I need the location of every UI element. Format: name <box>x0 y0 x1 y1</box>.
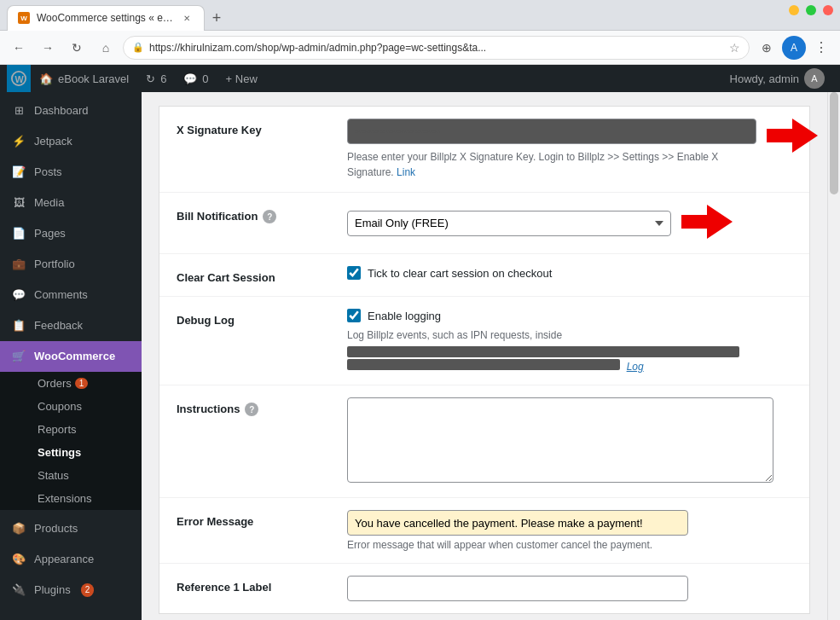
svg-marker-3 <box>681 205 733 239</box>
menu-icon[interactable]: ⋮ <box>809 36 833 60</box>
x-signature-arrow <box>767 119 818 155</box>
svg-text:W: W <box>15 74 25 84</box>
reports-label: Reports <box>38 423 77 436</box>
bill-notification-field: Email Only (FREE) Email & SMS (PAID) <box>347 205 792 241</box>
sidebar-item-feedback[interactable]: 📋 Feedback <box>0 310 142 341</box>
bill-notification-select[interactable]: Email Only (FREE) Email & SMS (PAID) <box>347 211 671 236</box>
coupons-label: Coupons <box>38 400 82 413</box>
tab-favicon: W <box>18 12 30 24</box>
home-icon: 🏠 <box>39 72 53 85</box>
forward-button[interactable]: → <box>36 36 60 60</box>
sidebar-sub-item-reports[interactable]: Reports <box>0 418 142 441</box>
sidebar-item-pages[interactable]: 📄 Pages <box>0 218 142 249</box>
address-bar[interactable]: 🔒 https://khirulnizam.com/shop/wp-admin/… <box>123 36 750 60</box>
browser-nav: ← → ↻ ⌂ 🔒 https://khirulnizam.com/shop/w… <box>0 31 840 65</box>
debug-log-text: Enable logging <box>368 310 441 322</box>
bookmark-icon[interactable]: ☆ <box>729 41 740 55</box>
orders-badge: 1 <box>75 378 89 389</box>
sidebar-item-comments[interactable]: 💬 Comments <box>0 280 142 310</box>
reload-button[interactable]: ↻ <box>65 36 89 60</box>
x-signature-link[interactable]: Link <box>397 166 415 178</box>
sidebar-item-jetpack[interactable]: ⚡ Jetpack <box>0 126 142 157</box>
updates-count: 6 <box>160 72 166 85</box>
close-button[interactable] <box>823 5 833 15</box>
clear-cart-checkbox[interactable] <box>347 266 361 280</box>
updates-button[interactable]: ↻ 6 <box>137 65 175 92</box>
dashboard-label: Dashboard <box>34 103 89 119</box>
tab-title: WooCommerce settings « eBook <box>37 12 173 24</box>
sidebar-item-appearance[interactable]: 🎨 Appearance <box>0 544 142 575</box>
debug-log-file: Log <box>347 359 792 373</box>
portfolio-icon: 💼 <box>10 256 27 273</box>
debug-log-label: Debug Log <box>177 309 347 327</box>
extensions-label: Extensions <box>38 492 92 505</box>
error-message-row: Error Message Error message that will ap… <box>159 498 809 564</box>
sidebar-item-products[interactable]: 📦 Products <box>0 513 142 544</box>
sidebar-sub-item-settings[interactable]: Settings <box>0 441 142 464</box>
browser-chrome: W WooCommerce settings « eBook ✕ + <box>0 0 840 31</box>
comments-count: 0 <box>202 72 208 85</box>
settings-label: Settings <box>38 446 81 459</box>
home-button[interactable]: ⌂ <box>94 36 118 60</box>
posts-label: Posts <box>34 165 62 180</box>
sidebar-item-posts[interactable]: 📝 Posts <box>0 157 142 188</box>
new-tab-button[interactable]: + <box>205 7 229 31</box>
new-content-button[interactable]: + New <box>217 65 266 92</box>
error-message-label: Error Message <box>177 510 347 528</box>
updates-icon: ↻ <box>146 72 155 85</box>
scrollbar[interactable] <box>827 92 840 620</box>
media-icon: 🖼 <box>10 194 27 211</box>
scroll-thumb[interactable] <box>830 92 838 194</box>
extensions-icon[interactable]: ⊕ <box>755 36 779 60</box>
sidebar-item-woocommerce[interactable]: 🛒 WooCommerce <box>0 341 142 372</box>
tab-close-icon[interactable]: ✕ <box>180 11 194 25</box>
sidebar-item-media[interactable]: 🖼 Media <box>0 188 142 218</box>
sidebar: ⊞ Dashboard ⚡ Jetpack 📝 Posts 🖼 Media 📄 … <box>0 92 142 620</box>
debug-log-link[interactable]: Log <box>627 361 644 373</box>
reference1-row: Reference 1 Label <box>159 564 809 613</box>
bill-notification-help-icon[interactable]: ? <box>263 210 276 223</box>
debug-log-checkbox-label[interactable]: Enable logging <box>347 309 792 322</box>
sidebar-item-plugins[interactable]: 🔌 Plugins 2 <box>0 575 142 606</box>
instructions-help-icon[interactable]: ? <box>245 403 258 416</box>
error-message-hint: Error message that will appear when cust… <box>347 539 792 551</box>
status-label: Status <box>38 469 69 482</box>
clear-cart-field: Tick to clear cart session on checkout <box>347 266 792 280</box>
sidebar-sub-item-status[interactable]: Status <box>0 464 142 487</box>
pages-icon: 📄 <box>10 225 27 242</box>
debug-log-checkbox[interactable] <box>347 309 361 322</box>
reference1-field <box>347 576 792 601</box>
reference1-input[interactable] <box>347 576 688 601</box>
pages-label: Pages <box>34 226 66 241</box>
x-signature-key-input[interactable] <box>347 119 756 144</box>
back-button[interactable]: ← <box>7 36 31 60</box>
jetpack-icon: ⚡ <box>10 133 27 150</box>
howdy-section[interactable]: Howdy, admin A <box>721 68 833 89</box>
appearance-label: Appearance <box>34 552 94 567</box>
address-text: https://khirulnizam.com/shop/wp-admin/ad… <box>149 42 724 54</box>
feedback-icon: 📋 <box>10 317 27 334</box>
site-name-button[interactable]: 🏠 eBook Laravel <box>31 65 137 92</box>
instructions-textarea[interactable] <box>347 397 773 483</box>
maximize-button[interactable] <box>806 5 816 15</box>
lock-icon: 🔒 <box>132 42 144 53</box>
profile-icon[interactable]: A <box>782 36 806 60</box>
comments-icon: 💬 <box>10 287 27 304</box>
products-icon: 📦 <box>10 520 27 537</box>
sidebar-item-dashboard[interactable]: ⊞ Dashboard <box>0 96 142 126</box>
error-message-input[interactable] <box>347 510 688 536</box>
comments-button[interactable]: 💬 0 <box>175 65 217 92</box>
browser-tab-active[interactable]: W WooCommerce settings « eBook ✕ <box>7 5 205 31</box>
debug-log-row: Debug Log Enable logging Log Billplz eve… <box>159 297 809 385</box>
wp-logo-button[interactable]: W <box>7 65 31 92</box>
minimize-button[interactable] <box>789 5 799 15</box>
sidebar-item-portfolio[interactable]: 💼 Portfolio <box>0 249 142 280</box>
plugins-label: Plugins <box>34 582 71 598</box>
sidebar-sub-item-extensions[interactable]: Extensions <box>0 487 142 510</box>
clear-cart-checkbox-label[interactable]: Tick to clear cart session on checkout <box>347 266 792 280</box>
clear-cart-row: Clear Cart Session Tick to clear cart se… <box>159 254 809 297</box>
sidebar-sub-item-orders[interactable]: Orders 1 <box>0 372 142 395</box>
error-message-field: Error message that will appear when cust… <box>347 510 792 551</box>
sidebar-sub-item-coupons[interactable]: Coupons <box>0 395 142 418</box>
portfolio-label: Portfolio <box>34 257 75 272</box>
